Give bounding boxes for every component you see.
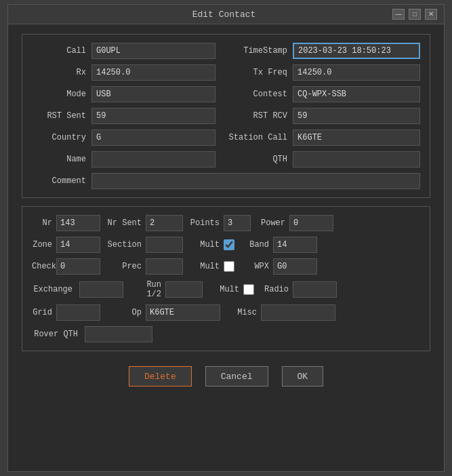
nr-label: Nr: [32, 218, 52, 228]
qth-label: QTH: [226, 155, 287, 164]
rover-qth-label: Rover QTH: [32, 330, 78, 339]
row-rst: RST Sent RST RCV: [32, 108, 420, 124]
window-title: Edit Contact: [56, 9, 392, 20]
mult-checkbox-2[interactable]: [224, 261, 234, 272]
contest-label: Contest: [226, 90, 287, 99]
prec-input[interactable]: [146, 258, 183, 275]
cancel-button[interactable]: Cancel: [205, 366, 268, 386]
contest-form-section: Nr Nr Sent Points Power Zone Section Mul…: [22, 206, 430, 351]
row-rx-txfreq: Rx Tx Freq: [32, 64, 420, 81]
country-input[interactable]: [91, 130, 215, 146]
power-label: Power: [255, 218, 285, 228]
prec-label: Prec: [104, 262, 142, 271]
wpx-input[interactable]: [273, 258, 317, 275]
op-input[interactable]: [146, 304, 220, 321]
mult-label-1: Mult: [187, 240, 220, 250]
wpx-label: WPX: [239, 262, 269, 271]
radio-label: Radio: [258, 285, 289, 294]
mult-label-3: Mult: [207, 285, 239, 294]
close-button[interactable]: ✕: [425, 9, 437, 20]
rover-qth-input[interactable]: [85, 326, 152, 342]
radio-input[interactable]: [293, 281, 337, 298]
qth-input[interactable]: [293, 151, 420, 167]
rst-rcv-input[interactable]: [293, 108, 420, 124]
contest-row-5: Grid Op Misc: [32, 304, 420, 321]
nr-sent-input[interactable]: [146, 215, 183, 231]
country-label: Country: [32, 133, 86, 142]
check-label: Check: [32, 262, 52, 271]
band-input[interactable]: [273, 237, 317, 253]
timestamp-input[interactable]: [293, 43, 420, 59]
row-comment: Comment: [32, 173, 420, 189]
op-label: Op: [104, 308, 142, 317]
title-bar: Edit Contact — □ ✕: [8, 5, 444, 24]
section-label: Section: [104, 240, 142, 250]
contest-grid: Nr Nr Sent Points Power Zone Section Mul…: [32, 215, 420, 342]
row-call-timestamp: Call TimeStamp: [32, 43, 420, 59]
row-mode-contest: Mode Contest: [32, 86, 420, 102]
row-name-qth: Name QTH: [32, 151, 420, 167]
tx-freq-label: Tx Freq: [226, 68, 287, 77]
zone-input[interactable]: [56, 237, 100, 253]
main-form-section: Call TimeStamp Rx Tx Freq Mode Contest: [22, 34, 430, 198]
contest-row-2: Zone Section Mult Band: [32, 237, 420, 253]
tx-freq-input[interactable]: [293, 64, 420, 81]
nr-sent-label: Nr Sent: [104, 218, 142, 228]
contest-row-1: Nr Nr Sent Points Power: [32, 215, 420, 231]
contest-row-6: Rover QTH: [32, 326, 420, 342]
mode-input[interactable]: [91, 86, 215, 102]
contest-row-3: Check Prec Mult WPX: [32, 258, 420, 275]
main-content: Call TimeStamp Rx Tx Freq Mode Contest: [8, 24, 444, 471]
run-input[interactable]: [165, 281, 203, 298]
comment-input[interactable]: [91, 173, 420, 189]
rst-sent-label: RST Sent: [32, 111, 86, 121]
mode-label: Mode: [32, 90, 86, 99]
exchange-label: Exchange: [32, 285, 73, 294]
mult-checkbox-3[interactable]: [243, 284, 254, 295]
name-label: Name: [32, 155, 86, 164]
delete-button[interactable]: Delete: [129, 366, 192, 386]
contest-row-4: Exchange Run 1/2 Mult Radio: [32, 280, 420, 299]
misc-label: Misc: [224, 308, 257, 317]
exchange-input[interactable]: [79, 281, 123, 298]
rx-input[interactable]: [91, 64, 215, 81]
ok-button[interactable]: OK: [282, 366, 324, 386]
nr-input[interactable]: [56, 215, 100, 231]
points-input[interactable]: [224, 215, 251, 231]
zone-label: Zone: [32, 240, 52, 250]
footer-buttons: Delete Cancel OK: [22, 359, 430, 396]
rst-rcv-label: RST RCV: [226, 111, 287, 121]
band-label: Band: [239, 240, 269, 250]
call-input[interactable]: [91, 43, 215, 59]
grid-input[interactable]: [56, 304, 100, 321]
edit-contact-window: Edit Contact — □ ✕ Call TimeStamp Rx: [7, 4, 445, 472]
row-country-stationcall: Country Station Call: [32, 130, 420, 146]
mult-checkbox-1[interactable]: [224, 239, 234, 250]
timestamp-label: TimeStamp: [226, 46, 287, 56]
comment-label: Comment: [32, 176, 86, 186]
window-controls: — □ ✕: [392, 9, 437, 20]
contest-input[interactable]: [293, 86, 420, 102]
call-label: Call: [32, 46, 86, 56]
grid-label: Grid: [32, 308, 52, 317]
misc-input[interactable]: [261, 304, 335, 321]
station-call-label: Station Call: [226, 133, 287, 142]
station-call-input[interactable]: [293, 130, 420, 146]
rx-label: Rx: [32, 68, 86, 77]
rst-sent-input[interactable]: [91, 108, 215, 124]
name-input[interactable]: [91, 151, 215, 167]
run-label: Run 1/2: [127, 280, 161, 299]
points-label: Points: [187, 218, 220, 228]
mult-label-2: Mult: [187, 262, 220, 271]
check-input[interactable]: [56, 258, 100, 275]
minimize-button[interactable]: —: [392, 9, 405, 20]
maximize-button[interactable]: □: [409, 9, 421, 20]
power-input[interactable]: [289, 215, 333, 231]
section-input[interactable]: [146, 237, 183, 253]
